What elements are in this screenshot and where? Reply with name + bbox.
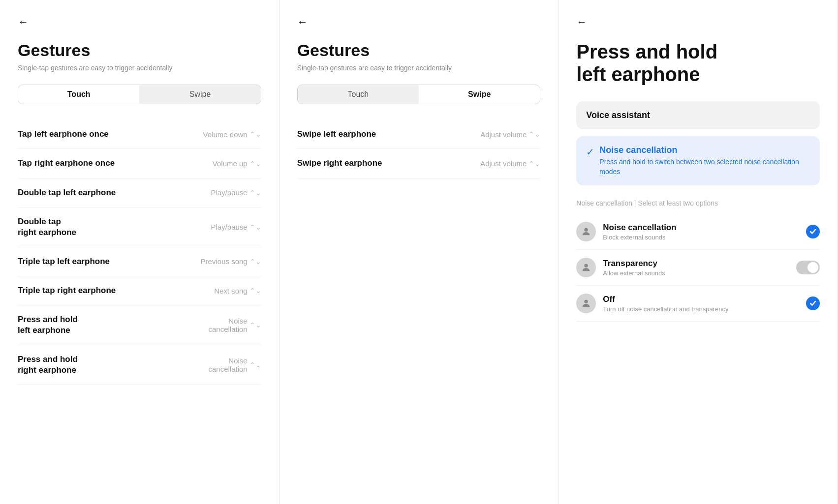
gesture-label-press-hold-left: Press and hold left earphone bbox=[18, 314, 78, 336]
noise-option-noise-cancellation[interactable]: Noise cancellation Block external sounds bbox=[576, 214, 820, 250]
off-check-icon bbox=[806, 296, 820, 310]
option-noise-cancellation-desc: Press and hold to switch between two sel… bbox=[599, 157, 810, 177]
chevron-icon: ⌃⌄ bbox=[249, 361, 261, 369]
chevron-icon: ⌃⌄ bbox=[528, 160, 540, 168]
off-title: Off bbox=[603, 295, 799, 304]
gesture-value-triple-tap-right[interactable]: Next song ⌃⌄ bbox=[214, 287, 261, 295]
gesture-row-tap-right-once: Tap right earphone once Volume up ⌃⌄ bbox=[18, 149, 261, 178]
chevron-icon: ⌃⌄ bbox=[249, 258, 261, 266]
gesture-label-triple-tap-right: Triple tap right earphone bbox=[18, 285, 116, 296]
gesture-label-tap-left-once: Tap left earphone once bbox=[18, 129, 109, 140]
gesture-value-double-tap-right[interactable]: Play/pause ⌃⌄ bbox=[211, 223, 261, 231]
gesture-row-swipe-right: Swipe right earphone Adjust volume ⌃⌄ bbox=[297, 149, 541, 178]
off-icon bbox=[576, 294, 596, 313]
gesture-row-triple-tap-right: Triple tap right earphone Next song ⌃⌄ bbox=[18, 276, 261, 305]
gesture-label-swipe-left: Swipe left earphone bbox=[297, 129, 376, 140]
gesture-value-double-tap-left[interactable]: Play/pause ⌃⌄ bbox=[211, 188, 261, 197]
panel-swipe-gestures: ← Gestures Single-tap gestures are easy … bbox=[279, 0, 559, 504]
transparency-toggle[interactable] bbox=[796, 261, 820, 274]
noise-cancellation-check-icon bbox=[806, 225, 820, 238]
gesture-label-double-tap-left: Double tap left earphone bbox=[18, 187, 116, 198]
transparency-text: Transparency Allow external sounds bbox=[603, 259, 789, 277]
transparency-icon bbox=[576, 258, 596, 277]
noise-cancellation-title: Noise cancellation bbox=[603, 223, 799, 233]
option-voice-assistant-label: Voice assistant bbox=[586, 110, 810, 120]
gesture-value-tap-left-once[interactable]: Volume down ⌃⌄ bbox=[203, 130, 261, 139]
page-subtitle-panel1: Single-tap gestures are easy to trigger … bbox=[18, 63, 261, 73]
back-button-panel3[interactable]: ← bbox=[576, 16, 587, 29]
off-text: Off Turn off noise cancellation and tran… bbox=[603, 295, 799, 313]
noise-cancellation-icon bbox=[576, 222, 596, 241]
page-subtitle-panel2: Single-tap gestures are easy to trigger … bbox=[297, 63, 541, 73]
gesture-label-tap-right-once: Tap right earphone once bbox=[18, 158, 115, 169]
gesture-row-swipe-left: Swipe left earphone Adjust volume ⌃⌄ bbox=[297, 120, 541, 149]
tab-switcher-panel1: Touch Swipe bbox=[18, 85, 261, 104]
page-title-panel1: Gestures bbox=[18, 40, 261, 60]
tab-touch-panel2[interactable]: Touch bbox=[298, 85, 419, 104]
gesture-value-triple-tap-left[interactable]: Previous song ⌃⌄ bbox=[201, 257, 261, 266]
chevron-icon: ⌃⌄ bbox=[249, 189, 261, 197]
gesture-row-press-hold-right: Press and hold right earphone Noise canc… bbox=[18, 345, 261, 385]
panel-touch-gestures: ← Gestures Single-tap gestures are easy … bbox=[0, 0, 279, 504]
noise-cancellation-desc: Block external sounds bbox=[603, 234, 799, 241]
gesture-label-press-hold-right: Press and hold right earphone bbox=[18, 354, 78, 376]
back-button-panel2[interactable]: ← bbox=[297, 16, 308, 29]
option-voice-assistant[interactable]: Voice assistant bbox=[576, 101, 820, 129]
option-noise-cancellation-content: ✓ Noise cancellation Press and hold to s… bbox=[586, 145, 810, 177]
gesture-row-tap-left-once: Tap left earphone once Volume down ⌃⌄ bbox=[18, 120, 261, 149]
tab-swipe-panel1[interactable]: Swipe bbox=[139, 85, 260, 104]
gesture-value-press-hold-right[interactable]: Noise cancellation ⌃⌄ bbox=[208, 356, 261, 373]
tab-touch-panel1[interactable]: Touch bbox=[18, 85, 139, 104]
svg-point-2 bbox=[585, 300, 588, 303]
gesture-row-double-tap-right: Double tap right earphone Play/pause ⌃⌄ bbox=[18, 208, 261, 247]
chevron-icon: ⌃⌄ bbox=[249, 130, 261, 138]
tab-switcher-panel2: Touch Swipe bbox=[297, 85, 541, 104]
page-title-panel3: Press and hold left earphone bbox=[576, 40, 820, 86]
option-noise-cancellation[interactable]: ✓ Noise cancellation Press and hold to s… bbox=[576, 136, 820, 185]
off-desc: Turn off noise cancellation and transpar… bbox=[603, 305, 799, 313]
noise-option-off[interactable]: Off Turn off noise cancellation and tran… bbox=[576, 286, 820, 322]
noise-cancellation-text: Noise cancellation Block external sounds bbox=[603, 223, 799, 241]
chevron-icon: ⌃⌄ bbox=[249, 223, 261, 231]
transparency-title: Transparency bbox=[603, 259, 789, 268]
chevron-icon: ⌃⌄ bbox=[249, 287, 261, 295]
gesture-label-double-tap-right: Double tap right earphone bbox=[18, 216, 76, 238]
gesture-rows-panel1: Tap left earphone once Volume down ⌃⌄ Ta… bbox=[18, 120, 261, 385]
option-noise-cancellation-label: Noise cancellation bbox=[599, 145, 810, 155]
gesture-label-triple-tap-left: Triple tap left earphone bbox=[18, 256, 110, 267]
gesture-rows-panel2: Swipe left earphone Adjust volume ⌃⌄ Swi… bbox=[297, 120, 541, 178]
gesture-row-double-tap-left: Double tap left earphone Play/pause ⌃⌄ bbox=[18, 178, 261, 208]
svg-point-0 bbox=[585, 228, 588, 232]
gesture-value-swipe-right[interactable]: Adjust volume ⌃⌄ bbox=[480, 159, 540, 168]
gesture-value-press-hold-left[interactable]: Noise cancellation ⌃⌄ bbox=[208, 317, 261, 333]
chevron-icon: ⌃⌄ bbox=[528, 130, 540, 138]
tab-swipe-panel2[interactable]: Swipe bbox=[419, 85, 540, 104]
section-label-noise: Noise cancellation | Select at least two… bbox=[576, 199, 820, 207]
gesture-row-press-hold-left: Press and hold left earphone Noise cance… bbox=[18, 305, 261, 345]
chevron-icon: ⌃⌄ bbox=[249, 321, 261, 329]
gesture-row-triple-tap-left: Triple tap left earphone Previous song ⌃… bbox=[18, 247, 261, 276]
checkmark-icon: ✓ bbox=[586, 146, 594, 158]
panel-press-hold-left: ← Press and hold left earphone Voice ass… bbox=[559, 0, 838, 504]
back-button-panel1[interactable]: ← bbox=[18, 16, 29, 29]
transparency-desc: Allow external sounds bbox=[603, 269, 789, 277]
gesture-label-swipe-right: Swipe right earphone bbox=[297, 158, 382, 169]
gesture-value-tap-right-once[interactable]: Volume up ⌃⌄ bbox=[213, 159, 261, 168]
page-title-panel2: Gestures bbox=[297, 40, 541, 60]
gesture-value-swipe-left[interactable]: Adjust volume ⌃⌄ bbox=[480, 130, 540, 139]
chevron-icon: ⌃⌄ bbox=[249, 160, 261, 168]
svg-point-1 bbox=[585, 264, 588, 267]
noise-option-transparency[interactable]: Transparency Allow external sounds bbox=[576, 250, 820, 286]
